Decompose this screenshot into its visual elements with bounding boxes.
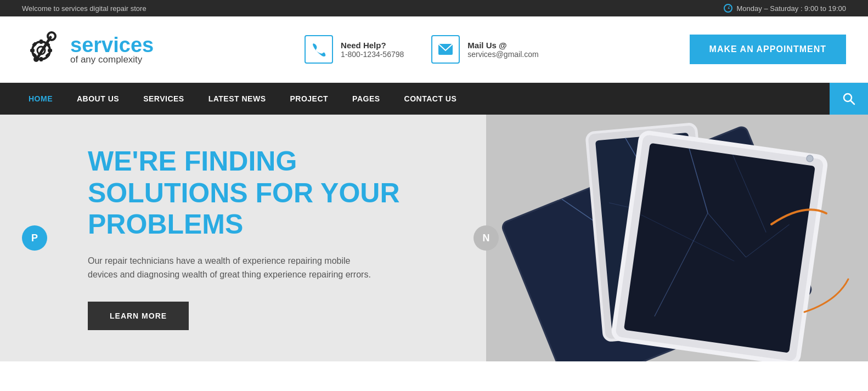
welcome-text: Welcome to services digital repair store [22,4,146,13]
svg-line-15 [851,101,855,105]
email-icon-box [431,35,460,64]
header: services of any complexity Need Help? 1-… [0,16,868,83]
brand-sub: of any complexity [70,55,154,65]
slider-next-label: N [482,233,489,244]
phone-details: Need Help? 1-800-1234-56798 [341,41,404,59]
phone-icon [311,42,326,57]
hero-heading: WE'RE FINDING SOLUTIONS FOR YOUR PROBLEM… [88,146,442,241]
top-bar: Welcome to services digital repair store… [0,0,868,16]
learn-more-button[interactable]: LEARN MORE [88,302,189,330]
phone-label: Need Help? [341,41,404,50]
search-button[interactable] [830,83,868,115]
hours-container: Monday – Saturday : 9:00 to 19:00 [724,4,846,13]
svg-rect-4 [30,49,35,52]
hours-text: Monday – Saturday : 9:00 to 19:00 [737,4,846,13]
phone-value: 1-800-1234-56798 [341,50,404,59]
nav-item-services[interactable]: SERVICES [131,83,196,115]
email-label: Mail Us @ [467,41,538,50]
svg-point-38 [807,155,813,162]
slider-prev-button[interactable]: P [22,225,47,251]
appointment-button[interactable]: MAKE AN APPOINTMENT [690,35,846,64]
nav-item-project[interactable]: PROJECT [278,83,340,115]
phone-contact: Need Help? 1-800-1234-56798 [305,35,404,64]
email-icon [438,43,453,55]
email-contact: Mail Us @ services@gmail.com [431,35,538,64]
navigation: HOME ABOUT US SERVICES LATEST NEWS PROJE… [0,83,868,115]
svg-rect-3 [40,57,43,61]
nav-item-pages[interactable]: PAGES [340,83,392,115]
nav-item-about[interactable]: ABOUT US [65,83,131,115]
nav-item-latest-news[interactable]: LATEST NEWS [196,83,278,115]
svg-rect-5 [48,49,52,52]
hero-description: Our repair technicians have a wealth of … [88,254,373,282]
hero-image [486,115,868,361]
tablet-stack-visual [486,115,868,361]
nav-item-contact[interactable]: CONTACT US [392,83,469,115]
svg-rect-31 [624,143,815,353]
header-contacts: Need Help? 1-800-1234-56798 Mail Us @ se… [305,35,539,64]
tablets-svg [486,115,868,361]
svg-rect-2 [40,39,43,44]
brand-services: services [70,34,154,57]
brand-text: services of any complexity [70,34,154,65]
slider-prev-label: P [31,233,38,244]
nav-item-home[interactable]: HOME [16,83,65,115]
clock-icon [724,4,732,13]
svg-point-12 [33,56,39,62]
search-icon [842,92,855,105]
gear-wrench-icon [22,27,66,71]
slider-next-button[interactable]: N [474,225,499,251]
nav-items: HOME ABOUT US SERVICES LATEST NEWS PROJE… [0,83,830,115]
hero-section: P WE'RE FINDING SOLUTIONS FOR YOUR PROBL… [0,115,868,361]
hero-left: P WE'RE FINDING SOLUTIONS FOR YOUR PROBL… [0,115,486,361]
phone-icon-box [305,35,333,64]
email-value: services@gmail.com [467,50,538,59]
logo[interactable]: services of any complexity [22,27,154,71]
svg-point-11 [48,32,55,40]
email-details: Mail Us @ services@gmail.com [467,41,538,59]
